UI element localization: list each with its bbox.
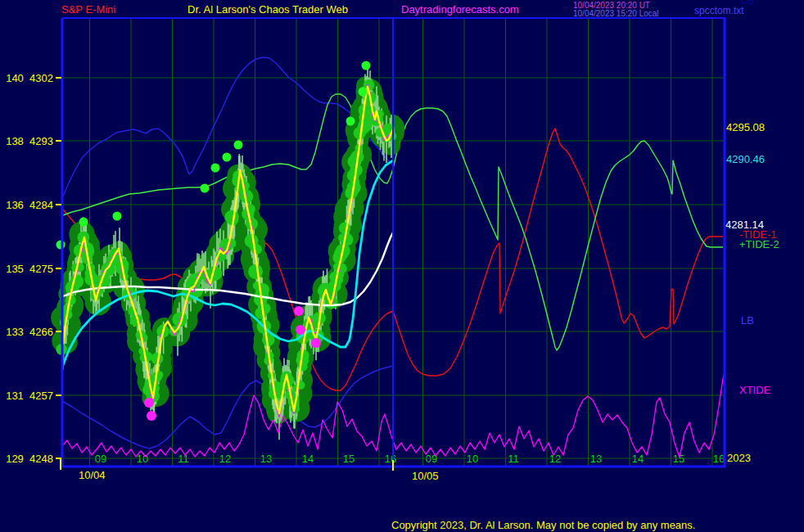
chaos-trader-chart-window: { "header": { "symbol": "S&P E-Mini", "t… <box>0 0 804 532</box>
chart-canvas[interactable] <box>0 0 804 532</box>
copyright-notice: Copyright 2023, Dr. Al Larson. May not b… <box>391 519 695 531</box>
